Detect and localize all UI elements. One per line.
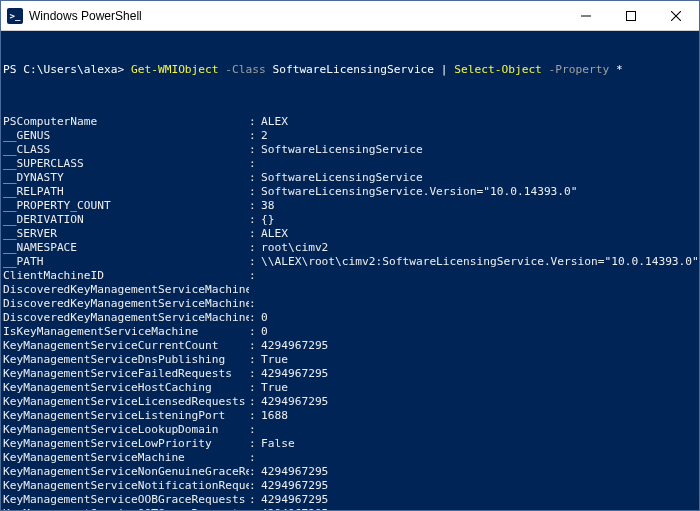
property-value: True: [261, 353, 695, 367]
output-row: DiscoveredKeyManagementServiceMachineIpA…: [3, 283, 695, 297]
separator: :: [249, 115, 261, 129]
arg-property: *: [616, 63, 623, 76]
terminal-area[interactable]: PS C:\Users\alexa> Get-WMIObject -Class …: [1, 31, 699, 510]
property-value: [261, 451, 695, 465]
powershell-window: >_ Windows PowerShell PS C:\Users\alexa>…: [0, 0, 700, 511]
property-value: 4294967295: [261, 367, 695, 381]
property-name: __RELPATH: [3, 185, 249, 199]
output-row: DiscoveredKeyManagementServiceMachinePor…: [3, 311, 695, 325]
separator: :: [249, 269, 261, 283]
separator: :: [249, 213, 261, 227]
maximize-button[interactable]: [608, 1, 653, 30]
property-value: 38: [261, 199, 695, 213]
separator: :: [249, 311, 261, 325]
output-row: KeyManagementServiceCurrentCount: 429496…: [3, 339, 695, 353]
property-name: KeyManagementServiceLicensedRequests: [3, 395, 249, 409]
output-row: KeyManagementServiceOOBGraceRequests: 42…: [3, 493, 695, 507]
cmdlet-select-object: Select-Object: [454, 63, 542, 76]
property-name: DiscoveredKeyManagementServiceMachineIpA…: [3, 283, 249, 297]
property-name: __CLASS: [3, 143, 249, 157]
output-rows: PSComputerName: ALEX__GENUS: 2__CLASS: S…: [3, 115, 695, 510]
output-row: KeyManagementServiceLicensedRequests: 42…: [3, 395, 695, 409]
flag-class: -Class: [219, 63, 273, 76]
property-name: __PROPERTY_COUNT: [3, 199, 249, 213]
property-name: PSComputerName: [3, 115, 249, 129]
separator: :: [249, 129, 261, 143]
property-name: KeyManagementServiceMachine: [3, 451, 249, 465]
output-row: KeyManagementServiceMachine:: [3, 451, 695, 465]
property-value: False: [261, 437, 695, 451]
output-row: __SUPERCLASS:: [3, 157, 695, 171]
property-value: SoftwareLicensingService: [261, 143, 695, 157]
property-value: 4294967295: [261, 493, 695, 507]
separator: :: [249, 479, 261, 493]
svg-rect-1: [626, 11, 635, 20]
property-name: DiscoveredKeyManagementServiceMachinePor…: [3, 311, 249, 325]
property-value: [261, 157, 695, 171]
property-name: KeyManagementServiceLookupDomain: [3, 423, 249, 437]
property-name: KeyManagementServiceCurrentCount: [3, 339, 249, 353]
separator: :: [249, 507, 261, 510]
separator: :: [249, 465, 261, 479]
output-row: __GENUS: 2: [3, 129, 695, 143]
property-name: IsKeyManagementServiceMachine: [3, 325, 249, 339]
property-name: __PATH: [3, 255, 249, 269]
output-row: __DERIVATION: {}: [3, 213, 695, 227]
property-name: __SERVER: [3, 227, 249, 241]
separator: :: [249, 423, 261, 437]
output-row: __RELPATH: SoftwareLicensingService.Vers…: [3, 185, 695, 199]
output-row: __DYNASTY: SoftwareLicensingService: [3, 171, 695, 185]
separator: :: [249, 171, 261, 185]
property-name: __DYNASTY: [3, 171, 249, 185]
output-row: KeyManagementServiceFailedRequests: 4294…: [3, 367, 695, 381]
close-button[interactable]: [653, 1, 699, 30]
property-name: __GENUS: [3, 129, 249, 143]
minimize-button[interactable]: [563, 1, 608, 30]
separator: :: [249, 297, 261, 311]
property-name: __NAMESPACE: [3, 241, 249, 255]
property-name: KeyManagementServiceOOTGraceRequests: [3, 507, 249, 510]
property-name: KeyManagementServiceDnsPublishing: [3, 353, 249, 367]
flag-property: -Property: [542, 63, 616, 76]
output-row: __CLASS: SoftwareLicensingService: [3, 143, 695, 157]
property-value: root\cimv2: [261, 241, 695, 255]
separator: :: [249, 381, 261, 395]
separator: :: [249, 409, 261, 423]
prompt-prefix: PS C:\Users\alexa>: [3, 63, 131, 76]
prompt-line: PS C:\Users\alexa> Get-WMIObject -Class …: [3, 63, 695, 77]
property-value: [261, 423, 695, 437]
output-row: KeyManagementServiceHostCaching: True: [3, 381, 695, 395]
separator: :: [249, 157, 261, 171]
separator: :: [249, 325, 261, 339]
separator: :: [249, 241, 261, 255]
property-value: SoftwareLicensingService.Version="10.0.1…: [261, 185, 695, 199]
property-value: 4294967295: [261, 507, 695, 510]
output-row: ClientMachineID:: [3, 269, 695, 283]
property-value: 0: [261, 325, 695, 339]
property-name: KeyManagementServiceNotificationRequests: [3, 479, 249, 493]
property-value: SoftwareLicensingService: [261, 171, 695, 185]
property-value: ALEX: [261, 115, 695, 129]
separator: :: [249, 451, 261, 465]
property-name: ClientMachineID: [3, 269, 249, 283]
powershell-icon: >_: [7, 8, 23, 24]
property-name: DiscoveredKeyManagementServiceMachineNam…: [3, 297, 249, 311]
property-name: KeyManagementServiceHostCaching: [3, 381, 249, 395]
output-row: __NAMESPACE: root\cimv2: [3, 241, 695, 255]
property-name: KeyManagementServiceListeningPort: [3, 409, 249, 423]
separator: :: [249, 199, 261, 213]
cmdlet-get-wmiobject: Get-WMIObject: [131, 63, 219, 76]
property-value: [261, 269, 695, 283]
separator: :: [249, 353, 261, 367]
separator: :: [249, 185, 261, 199]
property-value: ALEX: [261, 227, 695, 241]
property-value: [261, 297, 695, 311]
separator: :: [249, 227, 261, 241]
property-value: 4294967295: [261, 479, 695, 493]
property-value: {}: [261, 213, 695, 227]
arg-class: SoftwareLicensingService |: [272, 63, 454, 76]
separator: :: [249, 255, 261, 269]
property-name: KeyManagementServiceOOBGraceRequests: [3, 493, 249, 507]
separator: :: [249, 395, 261, 409]
titlebar[interactable]: >_ Windows PowerShell: [1, 1, 699, 31]
